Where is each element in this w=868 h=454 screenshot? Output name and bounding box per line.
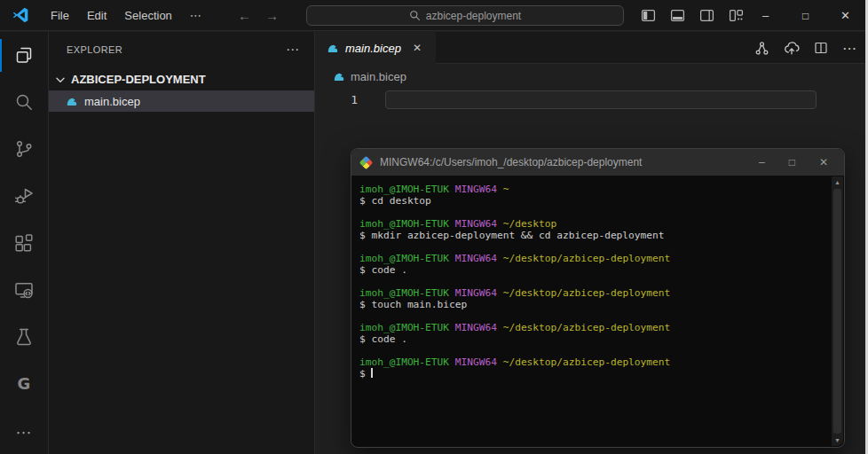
terminal-text-segment: imoh_@IMOH-ETUK [359, 218, 455, 230]
breadcrumb[interactable]: main.bicep [315, 65, 868, 89]
search-icon [409, 10, 421, 21]
bicep-file-icon [65, 95, 78, 108]
explorer-more-actions[interactable]: ⋯ [286, 42, 300, 58]
scroll-down-icon[interactable]: ▼ [832, 434, 843, 446]
bicep-visualizer-icon[interactable] [754, 41, 769, 56]
deploy-cloud-icon[interactable] [784, 40, 800, 56]
terminal-line: $ mkdir azbicep-deployment && cd azbicep… [359, 230, 832, 241]
explorer-sidebar: EXPLORER ⋯ AZBICEP-DEPLOYMENT main.bicep [49, 32, 315, 454]
terminal-line [359, 241, 832, 253]
folder-name: AZBICEP-DEPLOYMENT [71, 73, 206, 86]
minimize-button[interactable]: – [746, 9, 785, 22]
gitlens-icon: G [18, 374, 31, 393]
file-row-main-bicep[interactable]: main.bicep [49, 90, 314, 112]
layout-controls [641, 0, 744, 31]
terminal-line: $ touch main.bicep [359, 299, 832, 310]
terminal-text-segment: $ code . [359, 333, 407, 345]
terminal-line: $ cd desktop [359, 195, 832, 207]
debug-icon [13, 185, 35, 207]
go-back-icon[interactable]: ← [238, 8, 251, 23]
split-editor-icon[interactable] [814, 41, 828, 55]
toggle-sidebar-icon[interactable] [641, 8, 656, 23]
explorer-title: EXPLORER [67, 44, 122, 55]
terminal-text-segment: ~/desktop/azbicep-deployment [503, 287, 671, 299]
terminal-line [359, 345, 832, 356]
terminal-line: $ code . [359, 264, 832, 276]
current-line-highlight[interactable] [385, 90, 817, 109]
maximize-button[interactable]: □ [785, 10, 825, 22]
command-center-search[interactable]: azbicep-deployment [306, 5, 624, 26]
editor-more-actions-icon[interactable]: ⋯ [842, 40, 857, 57]
file-name: main.bicep [84, 95, 140, 108]
activity-search[interactable] [0, 79, 49, 126]
close-button[interactable]: ✕ [825, 9, 865, 22]
activity-bar: G ⋯ [0, 32, 49, 454]
terminal-text-segment: $ code . [359, 264, 407, 276]
terminal-window-controls: – □ ✕ [759, 156, 844, 168]
activity-remote-explorer[interactable] [0, 266, 49, 313]
terminal-scrollbar[interactable]: ▲ ▼ [832, 176, 843, 446]
window-controls: – □ ✕ [746, 0, 865, 31]
menu-file[interactable]: File [42, 5, 78, 26]
folder-row[interactable]: AZBICEP-DEPLOYMENT [49, 69, 314, 90]
terminal-cursor [371, 368, 373, 378]
line-number: 1 [315, 91, 384, 109]
toggle-secondary-sidebar-icon[interactable] [699, 8, 714, 23]
tab-main-bicep[interactable]: main.bicep ✕ [315, 32, 436, 64]
command-center-text: azbicep-deployment [426, 10, 521, 22]
terminal-line [359, 310, 832, 322]
terminal-maximize-button[interactable]: □ [789, 156, 795, 168]
terminal-text-segment: imoh_@IMOH-ETUK [359, 322, 455, 333]
activity-testing[interactable] [0, 313, 49, 360]
tab-close-icon[interactable]: ✕ [413, 42, 422, 54]
mintty-terminal-window[interactable]: MINGW64:/c/Users/imoh_/desktop/azbicep-d… [351, 148, 845, 448]
terminal-line [359, 276, 832, 287]
terminal-output[interactable]: imoh_@IMOH-ETUK MINGW64 ~$ cd desktop im… [352, 176, 832, 446]
git-branch-icon [13, 138, 35, 160]
terminal-minimize-button[interactable]: – [759, 156, 765, 168]
chevron-down-icon [53, 73, 67, 87]
terminal-text-segment: MINGW64 [455, 253, 503, 264]
terminal-line: imoh_@IMOH-ETUK MINGW64 ~ [359, 184, 832, 195]
remote-explorer-icon [13, 279, 35, 301]
toggle-panel-icon[interactable] [670, 8, 685, 23]
explorer-header: EXPLORER ⋯ [49, 32, 314, 67]
terminal-text-segment: imoh_@IMOH-ETUK [359, 356, 455, 368]
bicep-file-icon [326, 42, 339, 55]
activity-gitlens[interactable]: G [0, 360, 49, 407]
menu-overflow[interactable]: ⋯ [181, 5, 211, 26]
editor-actions: ⋯ [754, 32, 857, 64]
vscode-window: File Edit Selection ⋯ ← → azbicep-deploy… [0, 0, 868, 454]
scrollbar-thumb[interactable] [833, 189, 841, 434]
activity-run-debug[interactable] [0, 173, 49, 220]
terminal-line: imoh_@IMOH-ETUK MINGW64 ~/desktop/azbice… [359, 287, 832, 299]
terminal-line: imoh_@IMOH-ETUK MINGW64 ~/desktop/azbice… [359, 322, 832, 333]
scroll-up-icon[interactable]: ▲ [832, 176, 843, 188]
go-forward-icon[interactable]: → [265, 8, 279, 23]
terminal-text-segment: MINGW64 [455, 287, 503, 299]
extensions-icon [13, 232, 35, 254]
terminal-line: $ code . [359, 333, 832, 345]
editor-tab-bar: main.bicep ✕ ⋯ [315, 32, 868, 64]
terminal-close-button[interactable]: ✕ [819, 156, 828, 168]
terminal-text-segment: ~/desktop/azbicep-deployment [503, 356, 671, 368]
activity-explorer[interactable] [0, 32, 49, 79]
activity-source-control[interactable] [0, 126, 49, 173]
terminal-line [359, 207, 832, 218]
bicep-file-icon [332, 70, 345, 83]
search-icon [13, 91, 35, 113]
menu-edit[interactable]: Edit [78, 5, 115, 26]
customize-layout-icon[interactable] [729, 8, 744, 23]
activity-more[interactable]: ⋯ [0, 407, 49, 454]
more-views-icon: ⋯ [16, 423, 33, 442]
menu-selection[interactable]: Selection [115, 5, 180, 26]
terminal-title-bar[interactable]: MINGW64:/c/Users/imoh_/desktop/azbicep-d… [351, 149, 844, 176]
tab-label: main.bicep [345, 42, 401, 55]
terminal-text-segment: $ cd desktop [359, 195, 431, 207]
terminal-text-segment: $ mkdir azbicep-deployment && cd azbicep… [359, 230, 665, 241]
vscode-logo-icon [12, 6, 29, 24]
terminal-text-segment: MINGW64 [455, 356, 503, 368]
terminal-text-segment: imoh_@IMOH-ETUK [359, 184, 455, 195]
activity-extensions[interactable] [0, 220, 49, 267]
files-icon [13, 44, 35, 66]
